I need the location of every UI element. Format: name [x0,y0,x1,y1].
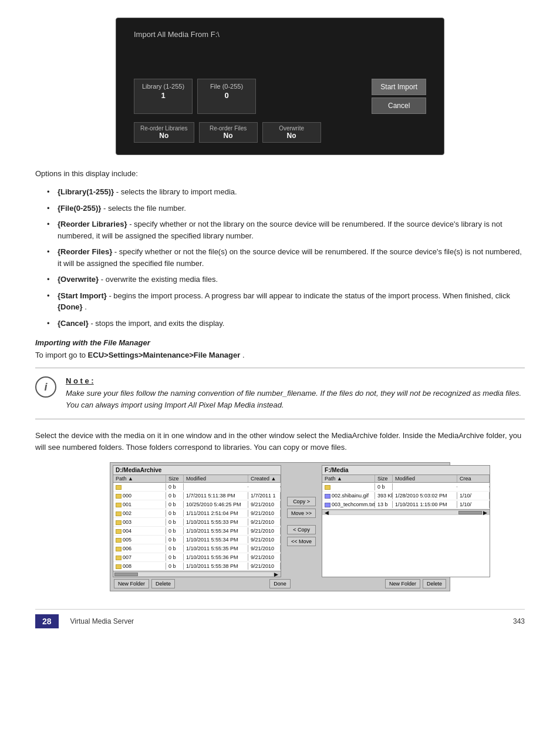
copy-right-button[interactable]: Copy > [287,497,316,506]
folder-icon [116,547,122,551]
folder-icon [116,556,122,560]
col-modified: Modified [184,475,248,482]
row-modified: 1/10/2011 5:55:33 PM [184,519,248,526]
list-item: {Library(1-255)} - selects the library t… [47,186,525,198]
fm-left-row[interactable]: 002 0 b 1/11/2011 2:51:04 PM 9/21/2010 [113,509,281,518]
bullet-text: - stops the import, and exits the displa… [90,319,224,328]
fm-right-rows: 0 b 002.shibainu.gif 393 Kb 1/28/2010 5:… [322,483,490,509]
bullet-key: {Reorder Files} [58,247,112,256]
row-modified: 1/10/2011 5:55:38 PM [184,563,248,570]
fm-left-row[interactable]: 006 0 b 1/10/2011 5:55:35 PM 9/21/2010 [113,544,281,553]
list-item: {Reorder Libraries} - specify whether or… [47,218,525,241]
row-created: 9/21/2010 [248,545,281,552]
fm-right-scroll-thumb [458,511,482,514]
reorder-files-field[interactable]: Re-order Files No [199,122,258,143]
fm-left-row[interactable]: 0 b [113,483,281,492]
fm-left-row[interactable]: 007 0 b 1/10/2011 5:55:36 PM 9/21/2010 [113,553,281,562]
new-folder-right-button[interactable]: New Folder [385,579,420,588]
move-right-button[interactable]: Move >> [287,509,316,518]
delete-right-button[interactable]: Delete [423,579,446,588]
new-folder-left-button[interactable]: New Folder [114,579,149,588]
reorder-libraries-field[interactable]: Re-order Libraries No [134,122,194,143]
row-created: 9/21/2010 [248,527,281,534]
bullet-key: {File(0-255)} [58,204,101,213]
fm-panels: D:/MediaArchive Path ▲ Size Modified Cre… [113,465,447,577]
row-size: 393 Kb [375,492,393,499]
bullet-key: {Start Import} [58,291,107,300]
fm-left-arrow[interactable]: ◀ [323,510,330,516]
fm-down-arrow[interactable]: ▶ [273,571,279,577]
bullet-text: - selects the library to import media. [116,187,237,196]
dialog-title: Import All Media From F:\ [134,30,426,39]
row-created: 9/21/2010 [248,501,281,508]
fm-right-col-headers: Path ▲ Size Modified Crea [322,475,490,483]
fm-right-row[interactable]: 0 b [322,483,490,492]
fm-right-row[interactable]: 002.shibainu.gif 393 Kb 1/28/2010 5:03:0… [322,492,490,500]
product-name: Virtual Media Server [59,617,513,625]
row-path: 004 [113,527,166,534]
fm-left-row[interactable]: 004 0 b 1/10/2011 5:55:34 PM 9/21/2010 [113,527,281,536]
file-manager-screenshot: D:/MediaArchive Path ▲ Size Modified Cre… [110,462,450,591]
fm-right-row[interactable]: 003_techcomm.txt 13 b 1/10/2011 1:15:00 … [322,500,490,509]
body-paragraph: Select the device with the media on it i… [35,430,525,453]
note-box: i N o t e : Make sure your files follow … [35,368,525,419]
list-item: {File(0-255)} - selects the file number. [47,203,525,214]
dialog-controls-row: Library (1-255) 1 File (0-255) 0 Start I… [134,79,426,114]
subheading: Importing with the File Manager [35,338,525,347]
row-path: 006 [113,545,166,552]
row-path: 005 [113,536,166,543]
bullet-text: - overwrite the existing media files. [101,275,218,284]
file-field[interactable]: File (0-255) 0 [197,79,256,114]
fm-left-bottom-buttons: New Folder Delete [114,579,175,588]
fm-left-scrollbar[interactable]: ▶ [113,571,281,577]
done-button[interactable]: Done [269,579,291,588]
subheading-end: . [242,351,245,359]
bullet-key: {Overwrite} [58,275,99,284]
note-title: N o t e : [66,376,525,385]
start-import-button[interactable]: Start Import [372,79,426,95]
dialog-options-row: Re-order Libraries No Re-order Files No … [134,122,426,143]
move-left-button[interactable]: << Move [287,537,316,546]
bullet-text: - begins the import process. A progress … [109,291,510,300]
fm-left-scroll-thumb [114,573,138,576]
folder-icon [116,503,122,507]
row-path: 008 [113,563,166,570]
delete-left-button[interactable]: Delete [151,579,175,588]
list-item: {Overwrite} - overwrite the existing med… [47,274,525,285]
bullet-text: - selects the file number. [103,204,186,213]
page-footer: 28 Virtual Media Server 343 [35,609,525,628]
fm-right-scrollbar[interactable]: ◀ ▶ [322,509,490,515]
row-modified: 10/25/2010 5:46:25 PM [184,501,248,508]
row-size: 0 b [166,554,184,561]
row-path [322,483,375,490]
fm-center-buttons: Copy > Move >> < Copy << Move [284,465,319,577]
fm-left-row[interactable]: 003 0 b 1/10/2011 5:55:33 PM 9/21/2010 [113,518,281,527]
row-modified: 1/11/2011 2:51:04 PM [184,510,248,517]
folder-icon [116,485,122,490]
dialog-action-buttons: Start Import Cancel [372,79,426,114]
col-path: Path ▲ [113,475,166,482]
fm-left-row[interactable]: 001 0 b 10/25/2010 5:46:25 PM 9/21/2010 [113,500,281,509]
image-icon [325,503,330,507]
row-modified [184,486,248,487]
list-item: {Cancel} - stops the import, and exits t… [47,318,525,329]
fm-left-row[interactable]: 005 0 b 1/10/2011 5:55:34 PM 9/21/2010 [113,536,281,544]
row-path: 001 [113,501,166,508]
row-path: 003_techcomm.txt [322,501,375,508]
row-created: 9/21/2010 [248,536,281,543]
row-size: 0 b [166,492,184,499]
library-field[interactable]: Library (1-255) 1 [134,79,193,114]
fm-left-row[interactable]: 000 0 b 1/7/2011 5:11:38 PM 1/7/2011 1 [113,492,281,500]
folder-icon [116,494,122,499]
fm-right-arrow[interactable]: ▶ [482,510,488,516]
row-size: 0 b [166,501,184,508]
bullet-done: {Done} [58,302,83,311]
cancel-button[interactable]: Cancel [372,97,426,114]
overwrite-field[interactable]: Overwrite No [262,122,321,143]
folder-icon [116,564,122,569]
copy-left-button[interactable]: < Copy [287,525,316,534]
col-modified-r: Modified [393,475,457,482]
fm-left-row[interactable]: 008 0 b 1/10/2011 5:55:38 PM 9/21/2010 [113,562,281,571]
row-created: 9/21/2010 [248,563,281,570]
row-modified: 1/10/2011 5:55:34 PM [184,536,248,543]
